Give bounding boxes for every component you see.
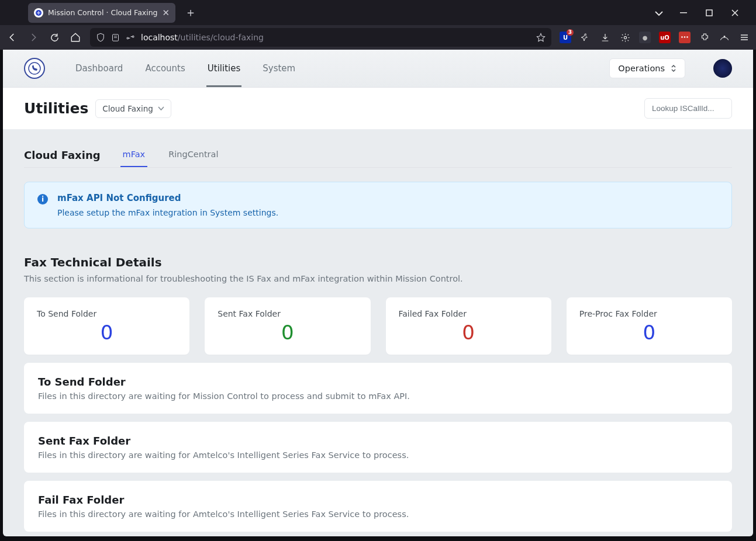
window-maximize-icon[interactable] <box>706 9 716 16</box>
app-logo[interactable] <box>24 58 45 79</box>
alert-title: mFax API Not Configured <box>57 193 278 203</box>
chevron-updown-icon <box>671 64 676 72</box>
stat-value: 0 <box>399 321 538 344</box>
stat-value: 0 <box>37 321 177 344</box>
stat-card: To Send Folder0 <box>24 297 189 355</box>
nav-forward-icon <box>27 29 40 46</box>
window-close-icon[interactable] <box>731 9 742 16</box>
chevron-down-icon <box>158 106 164 111</box>
stat-card: Pre-Proc Fax Folder0 <box>567 297 732 355</box>
ext-misc-icon[interactable] <box>719 32 730 43</box>
tab-close-icon[interactable]: ✕ <box>163 8 170 18</box>
stat-value: 0 <box>218 321 357 344</box>
nav-link-utilities[interactable]: Utilities <box>206 50 241 87</box>
nav-back-icon[interactable] <box>6 29 19 46</box>
details-title: Fax Technical Details <box>24 255 732 269</box>
alert-info: i mFax API Not Configured Please setup t… <box>24 182 732 228</box>
info-card: To Send FolderFiles in this directory ar… <box>24 363 732 414</box>
url-bar[interactable]: localhost/utilities/cloud-faxing <box>90 28 551 47</box>
ext-lastpass-icon[interactable]: ••• <box>679 32 691 43</box>
svg-point-7 <box>724 36 726 37</box>
stat-label: To Send Folder <box>37 309 177 318</box>
info-card-title: Fail Fax Folder <box>38 494 718 506</box>
info-card: Fail Fax FolderFiles in this directory a… <box>24 481 732 532</box>
stat-value: 0 <box>579 321 719 344</box>
browser-toolbar: localhost/utilities/cloud-faxing U ● uO … <box>0 25 756 50</box>
window-minimize-icon[interactable] <box>680 9 691 16</box>
svg-rect-2 <box>706 10 712 16</box>
subsection-dropdown[interactable]: Cloud Faxing <box>95 99 171 118</box>
tab-ringcentral[interactable]: RingCentral <box>166 143 220 167</box>
stat-label: Failed Fax Folder <box>399 309 538 318</box>
svg-point-5 <box>132 36 134 37</box>
svg-rect-1 <box>680 12 687 13</box>
section-tabs: Cloud Faxing mFaxRingCentral <box>24 143 732 168</box>
svg-point-6 <box>624 36 626 39</box>
nav-reload-icon[interactable] <box>48 29 61 46</box>
stat-card: Failed Fax Folder0 <box>386 297 551 355</box>
info-icon: i <box>37 194 48 204</box>
nav-link-system[interactable]: System <box>261 50 296 87</box>
page-header: Utilities Cloud Faxing <box>3 88 753 130</box>
toolbar-right-icons: U ● uO ••• <box>560 32 750 43</box>
ext-avatar-icon[interactable]: ● <box>639 32 651 43</box>
stat-label: Sent Fax Folder <box>218 309 357 318</box>
downloads-icon[interactable] <box>599 32 611 43</box>
connection-icon[interactable] <box>126 33 135 42</box>
app-navbar: DashboardAccountsUtilitiesSystem Operati… <box>3 50 753 88</box>
tab-strip: Mission Control · Cloud Faxing ✕ ＋ <box>0 0 756 25</box>
tabs-dropdown-icon[interactable] <box>654 9 665 17</box>
ext-shield-icon[interactable]: U <box>560 32 571 43</box>
app-menu-icon[interactable] <box>738 32 750 43</box>
tab-mfax[interactable]: mFax <box>120 143 148 167</box>
ext-ublock-icon[interactable]: uO <box>659 32 671 43</box>
info-card-desc: Files in this directory are waiting for … <box>38 450 718 460</box>
page-info-icon[interactable] <box>111 33 120 42</box>
section-heading: Cloud Faxing <box>24 143 101 167</box>
subsection-label: Cloud Faxing <box>102 104 153 113</box>
page-title: Utilities <box>24 100 88 117</box>
svg-point-4 <box>127 37 129 39</box>
nav-home-icon[interactable] <box>69 29 82 46</box>
info-card-title: To Send Folder <box>38 376 718 388</box>
new-tab-button[interactable]: ＋ <box>180 5 201 20</box>
stat-card: Sent Fax Folder0 <box>205 297 370 355</box>
nav-link-dashboard[interactable]: Dashboard <box>74 50 124 87</box>
shield-icon[interactable] <box>96 33 105 42</box>
devtools-icon[interactable] <box>579 32 591 43</box>
tab-title: Mission Control · Cloud Faxing <box>48 8 158 17</box>
stat-label: Pre-Proc Fax Folder <box>579 309 719 318</box>
info-card: Sent Fax FolderFiles in this directory a… <box>24 422 732 473</box>
window-controls <box>654 9 750 17</box>
info-card-title: Sent Fax Folder <box>38 435 718 447</box>
browser-chrome: Mission Control · Cloud Faxing ✕ ＋ <box>0 0 756 50</box>
settings-gear-icon[interactable] <box>619 32 631 43</box>
user-avatar[interactable] <box>713 59 732 78</box>
tab-favicon <box>34 8 43 18</box>
info-card-desc: Files in this directory are waiting for … <box>38 391 718 401</box>
browser-tab[interactable]: Mission Control · Cloud Faxing ✕ <box>28 3 175 23</box>
app-viewport: DashboardAccountsUtilitiesSystem Operati… <box>3 50 753 536</box>
extensions-icon[interactable] <box>699 32 710 43</box>
operations-label: Operations <box>618 64 665 73</box>
info-card-desc: Files in this directory are waiting for … <box>38 509 718 519</box>
lookup-input[interactable] <box>644 98 732 119</box>
nav-link-accounts[interactable]: Accounts <box>144 50 186 87</box>
url-text: localhost/utilities/cloud-faxing <box>141 33 264 42</box>
details-desc: This section is informational for troubl… <box>24 274 732 283</box>
alert-body: Please setup the mFax integration in Sys… <box>57 208 278 217</box>
bookmark-star-icon[interactable] <box>536 33 546 42</box>
operations-dropdown[interactable]: Operations <box>609 58 685 78</box>
